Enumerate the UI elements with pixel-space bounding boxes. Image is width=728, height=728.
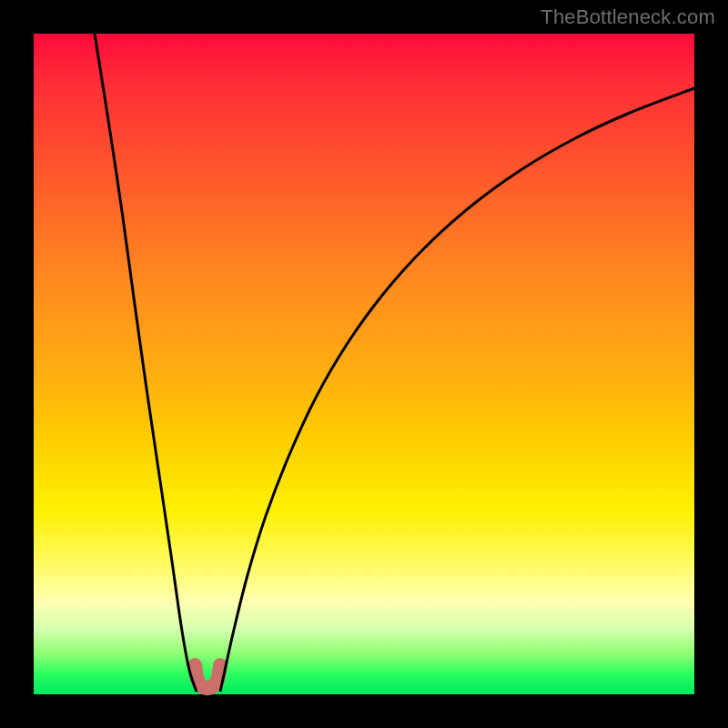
watermark-text: TheBottleneck.com — [541, 5, 715, 29]
chart-plot-area — [34, 34, 694, 694]
valley-marker-path — [195, 665, 220, 688]
chart-frame: TheBottleneck.com — [0, 0, 728, 728]
chart-svg — [34, 34, 694, 694]
left-branch-curve — [95, 34, 197, 692]
right-branch-curve — [220, 88, 694, 692]
